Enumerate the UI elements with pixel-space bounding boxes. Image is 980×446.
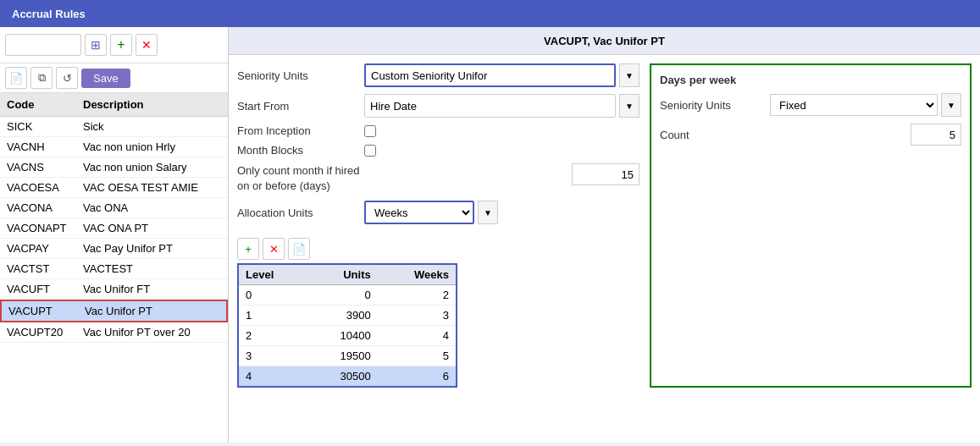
table-row[interactable]: 2 10400 4	[238, 326, 457, 346]
start-from-control: Hire Date ▼	[364, 94, 639, 118]
start-from-row: Start From Hire Date ▼	[237, 94, 639, 118]
table-row[interactable]: 3 19500 5	[238, 346, 457, 366]
allocation-units-label: Allocation Units	[237, 206, 364, 219]
record-title: VACUPT, Vac Unifor PT	[229, 27, 980, 55]
doc-row-button[interactable]: 📄	[288, 238, 310, 260]
allocation-units-row: Allocation Units Weeks ▼	[237, 201, 639, 224]
start-from-select[interactable]: Hire Date	[364, 94, 616, 118]
small-toolbar: + ✕ 📄	[237, 231, 639, 263]
list-item[interactable]: VACUFTVac Unifor FT	[0, 279, 228, 300]
only-count-label: Only count month if hired on or before (…	[237, 163, 364, 194]
list-item[interactable]: VACPAYVac Pay Unifor PT	[0, 239, 228, 259]
list-item[interactable]: VACOESAVAC OESA TEST AMIE	[0, 178, 228, 198]
month-blocks-row: Month Blocks	[237, 144, 639, 157]
col-units: Units	[307, 264, 378, 285]
table-row-selected[interactable]: 4 30500 6	[238, 366, 457, 388]
app-title: Accrual Rules	[12, 8, 86, 20]
list-item[interactable]: VACUPT20Vac Unifor PT over 20	[0, 322, 228, 343]
start-from-label: Start From	[237, 100, 364, 113]
grid-view-button[interactable]: ⊞	[85, 34, 107, 56]
rp-count-input[interactable]	[911, 124, 961, 146]
rp-count-value	[770, 124, 961, 146]
search-input[interactable]	[5, 34, 81, 56]
from-inception-row: From Inception	[237, 124, 639, 137]
rp-count-label: Count	[660, 129, 770, 141]
copy-button[interactable]: ⧉	[30, 67, 53, 89]
allocation-units-select[interactable]: Weeks	[364, 201, 474, 224]
only-count-control	[364, 163, 639, 185]
month-blocks-label: Month Blocks	[237, 144, 364, 157]
seniority-units-control: Custom Seniority Unifor ▼	[364, 63, 639, 87]
rp-seniority-label: Seniority Units	[660, 99, 770, 112]
col-level: Level	[238, 264, 307, 285]
add-row-button[interactable]: +	[237, 238, 259, 260]
doc-icon-button[interactable]: 📄	[5, 67, 27, 89]
allocation-units-control: Weeks ▼	[364, 201, 639, 224]
form-left: Seniority Units Custom Seniority Unifor …	[237, 63, 639, 388]
rp-seniority-select[interactable]: Fixed	[770, 94, 938, 116]
seniority-units-label: Seniority Units	[237, 69, 364, 82]
from-inception-checkbox[interactable]	[364, 125, 376, 137]
list-item[interactable]: VACNHVac non union Hrly	[0, 137, 228, 157]
right-info-panel: Days per week Seniority Units Fixed ▼ Co…	[650, 63, 972, 388]
list-item[interactable]: VACONAVac ONA	[0, 198, 228, 218]
rp-count-row: Count	[660, 124, 961, 146]
only-count-row: Only count month if hired on or before (…	[237, 163, 639, 194]
seniority-units-dropdown-arrow[interactable]: ▼	[619, 63, 639, 87]
only-count-input[interactable]	[572, 163, 639, 185]
list-body: SICKSick VACNHVac non union Hrly VACNSVa…	[0, 117, 228, 443]
col-description: Description	[83, 98, 221, 111]
table-row[interactable]: 0 0 2	[238, 285, 457, 306]
list-item[interactable]: VACNSVac non union Salary	[0, 157, 228, 178]
allocation-units-dropdown-arrow[interactable]: ▼	[478, 201, 498, 224]
start-from-dropdown-arrow[interactable]: ▼	[619, 94, 639, 118]
list-header: Code Description	[0, 93, 228, 117]
col-code: Code	[7, 98, 83, 111]
refresh-button[interactable]: ↺	[56, 67, 78, 89]
list-item[interactable]: VACTSTVACTEST	[0, 259, 228, 279]
delete-button[interactable]: ✕	[136, 34, 158, 56]
form-area: Seniority Units Custom Seniority Unifor …	[229, 55, 980, 396]
level-table: Level Units Weeks 0 0 2 1 39	[237, 263, 457, 388]
toolbar-row2: 📄 ⧉ ↺ Save	[0, 63, 228, 93]
right-panel-title: Days per week	[660, 74, 961, 86]
delete-row-button[interactable]: ✕	[263, 238, 285, 260]
app-header: Accrual Rules	[0, 0, 980, 27]
add-button[interactable]: +	[110, 34, 132, 56]
seniority-units-select[interactable]: Custom Seniority Unifor	[364, 63, 616, 87]
save-button[interactable]: Save	[81, 69, 130, 88]
toolbar-row1: ⊞ + ✕	[0, 27, 228, 63]
table-row[interactable]: 1 3900 3	[238, 306, 457, 326]
from-inception-control	[364, 125, 639, 137]
rp-seniority-value: Fixed ▼	[770, 93, 961, 117]
list-item[interactable]: VACONAPTVAC ONA PT	[0, 218, 228, 239]
from-inception-label: From Inception	[237, 124, 364, 137]
seniority-units-row: Seniority Units Custom Seniority Unifor …	[237, 63, 639, 87]
month-blocks-checkbox[interactable]	[364, 145, 376, 157]
list-item-selected[interactable]: VACUPTVac Unifor PT	[0, 300, 228, 322]
rp-seniority-row: Seniority Units Fixed ▼	[660, 93, 961, 117]
right-panel: VACUPT, Vac Unifor PT Seniority Units Cu…	[229, 27, 980, 443]
list-item[interactable]: SICKSick	[0, 117, 228, 137]
month-blocks-control	[364, 145, 639, 157]
col-weeks: Weeks	[378, 264, 457, 285]
left-panel: ⊞ + ✕ 📄 ⧉ ↺ Save Code Description SICKSi…	[0, 27, 229, 443]
rp-seniority-arrow[interactable]: ▼	[941, 93, 961, 117]
